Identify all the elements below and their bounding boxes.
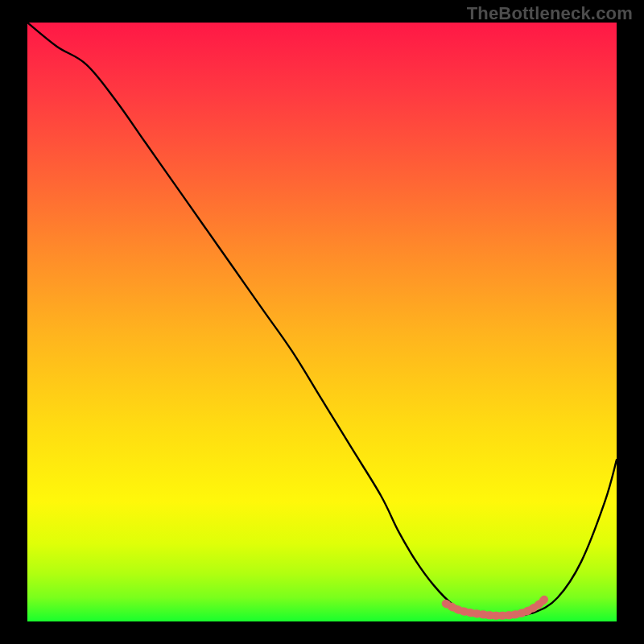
flat-highlight bbox=[446, 597, 546, 616]
curve-layer bbox=[27, 23, 617, 621]
main-curve bbox=[27, 23, 617, 616]
plot-area bbox=[27, 23, 617, 621]
chart-frame: TheBottleneck.com bbox=[0, 0, 644, 644]
watermark-text: TheBottleneck.com bbox=[467, 3, 633, 24]
